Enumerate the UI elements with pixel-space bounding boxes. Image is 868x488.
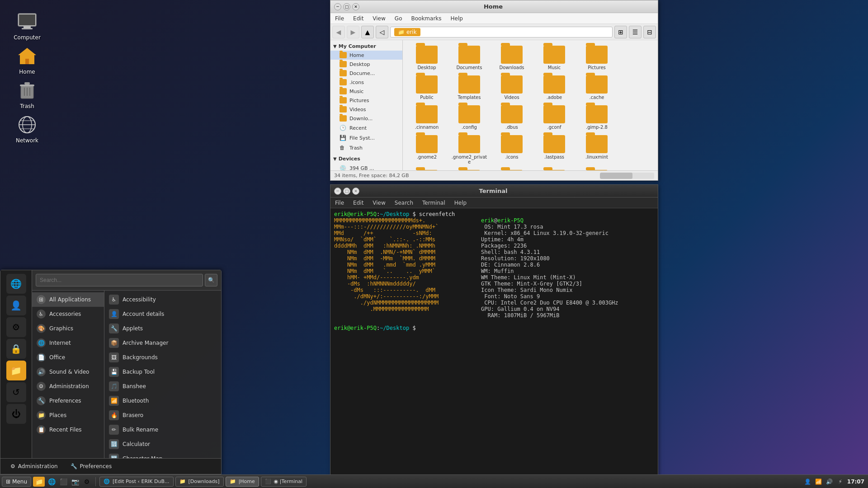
sidebar-item-desktop[interactable]: Desktop <box>330 60 402 69</box>
cat-internet[interactable]: 🌐 Internet <box>32 336 104 350</box>
taskbar-task-downloads[interactable]: 📁 [Downloads] <box>175 477 224 487</box>
sidebar-item-recent[interactable]: 🕒 Recent <box>330 123 402 133</box>
taskbar-browser-btn[interactable]: 🌐 <box>47 477 57 487</box>
app-item-archive-manager[interactable]: 📦 Archive Manager <box>104 336 221 350</box>
sidebar-item-trash[interactable]: 🗑 Trash <box>330 143 402 153</box>
systray-network-icon[interactable]: 📶 <box>815 478 823 486</box>
taskbar-task-home[interactable]: 📁 |Home <box>226 477 259 487</box>
cat-administration[interactable]: ⚙ Administration <box>32 379 104 394</box>
term-menu-terminal[interactable]: Terminal <box>420 199 448 207</box>
cat-recent-files[interactable]: 📋 Recent Files <box>32 422 104 437</box>
fm-forward-btn[interactable]: ▶ <box>347 26 359 38</box>
sidebar-item-pictures[interactable]: Pictures <box>330 96 402 105</box>
file-item-music[interactable]: Music <box>534 44 575 72</box>
fm-menu-go[interactable]: Go <box>392 14 405 23</box>
term-menu-file[interactable]: File <box>332 199 347 207</box>
file-item-desktop[interactable]: Desktop <box>406 44 447 72</box>
sidebar-btn-settings[interactable]: ⚙ <box>6 317 26 337</box>
taskbar-screenshot-btn[interactable]: 📷 <box>70 477 80 487</box>
fm-back-btn[interactable]: ◀ <box>332 26 345 38</box>
file-item-public[interactable]: Public <box>406 74 447 102</box>
file-item-gimp[interactable]: .gimp-2.8 <box>576 103 617 131</box>
term-minimize-btn[interactable]: ─ <box>334 188 341 195</box>
sidebar-item-disk1[interactable]: 💿 394 GB ... <box>330 163 402 170</box>
app-item-accessibility[interactable]: ♿ Accessibility <box>104 292 221 307</box>
sidebar-btn-folder[interactable]: 📁 <box>6 361 26 380</box>
file-item-cache[interactable]: .cache <box>576 74 617 102</box>
taskbar-terminal-btn[interactable]: ⬛ <box>58 477 68 487</box>
cat-accessories[interactable]: ♿ Accessories <box>32 307 104 321</box>
file-item-gnome2[interactable]: .gnome2 <box>406 133 447 166</box>
app-item-backgrounds[interactable]: 🖼 Backgrounds <box>104 350 221 365</box>
desktop-icon-computer[interactable]: Computer <box>9 9 45 42</box>
fm-menu-help[interactable]: Help <box>448 14 466 23</box>
app-item-account-details[interactable]: 👤 Account details <box>104 307 221 321</box>
cat-office[interactable]: 📄 Office <box>32 350 104 365</box>
systray-volume-icon[interactable]: 🔊 <box>826 478 834 486</box>
app-item-brasero[interactable]: 🔥 Brasero <box>104 408 221 422</box>
fm-breadcrumb[interactable]: 📁 erik <box>394 28 420 36</box>
sidebar-item-icons[interactable]: .icons <box>330 78 402 87</box>
cat-graphics[interactable]: 🎨 Graphics <box>32 321 104 336</box>
file-item-lastpass[interactable]: .lastpass <box>534 133 575 166</box>
fm-menu-view[interactable]: View <box>370 14 388 23</box>
sidebar-item-filesystem[interactable]: 💾 File Syst... <box>330 133 402 143</box>
desktop-icon-network[interactable]: Network <box>9 112 45 145</box>
term-menu-view[interactable]: View <box>370 199 388 207</box>
sidebar-btn-internet[interactable]: 🌐 <box>6 274 26 294</box>
cat-places[interactable]: 📁 Places <box>32 408 104 422</box>
file-item-downloads[interactable]: Downloads <box>491 44 532 72</box>
fm-view-list-btn[interactable]: ☰ <box>629 26 642 38</box>
fm-minimize-btn[interactable]: ─ <box>334 3 341 10</box>
app-item-character-map[interactable]: 🔡 Character Map <box>104 451 221 458</box>
search-input[interactable] <box>36 274 203 286</box>
fm-sidebar-toggle-btn[interactable]: ◁ <box>376 26 388 38</box>
taskbar-folder-btn[interactable]: 📁 <box>33 477 45 487</box>
sidebar-btn-user[interactable]: 👤 <box>6 296 26 315</box>
file-item-dbus[interactable]: .dbus <box>491 103 532 131</box>
fm-up-btn[interactable]: ▲ <box>361 26 374 38</box>
sidebar-btn-refresh[interactable]: ↺ <box>6 382 26 402</box>
term-body[interactable]: erik@erik-P5Q:~/Desktop $ screenfetch MM… <box>330 208 658 488</box>
file-item-videos[interactable]: Videos <box>491 74 532 102</box>
fm-menu-edit[interactable]: Edit <box>350 14 366 23</box>
sidebar-item-downloads[interactable]: Downlo... <box>330 114 402 123</box>
app-item-bluetooth[interactable]: 📶 Bluetooth <box>104 394 221 408</box>
fm-menu-bookmarks[interactable]: Bookmarks <box>408 14 444 23</box>
systray-power-icon[interactable]: ⚡ <box>836 478 844 486</box>
sidebar-item-home[interactable]: Home <box>330 51 402 60</box>
fm-devices-header[interactable]: ▼ Devices <box>330 155 402 163</box>
fm-menu-file[interactable]: File <box>332 14 347 23</box>
term-menu-edit[interactable]: Edit <box>350 199 366 207</box>
taskbar-task-terminal[interactable]: ⬛ ◉ |Terminal <box>261 477 307 487</box>
app-item-backup[interactable]: 💾 Backup Tool <box>104 365 221 379</box>
term-maximize-btn[interactable]: □ <box>343 188 350 195</box>
term-menu-search[interactable]: Search <box>392 199 416 207</box>
desktop-icon-trash[interactable]: Trash <box>9 78 45 111</box>
fm-zoom-slider[interactable] <box>600 173 654 179</box>
search-button[interactable]: 🔍 <box>205 274 217 286</box>
file-item-linuxmint[interactable]: .linuxmint <box>576 133 617 166</box>
fm-mycomputer-header[interactable]: ▼ My Computer <box>330 42 402 51</box>
file-item-documents[interactable]: Documents <box>449 44 490 72</box>
file-item-gnome2priv[interactable]: .gnome2_private <box>449 133 490 166</box>
app-item-calculator[interactable]: 🔢 Calculator <box>104 437 221 451</box>
sidebar-btn-lock[interactable]: 🔒 <box>6 339 26 359</box>
fm-view-icon-btn[interactable]: ⊞ <box>614 26 627 38</box>
sidebar-item-documents[interactable]: Docume... <box>330 69 402 78</box>
term-close-btn[interactable]: ✕ <box>352 188 359 195</box>
footer-preferences[interactable]: 🔧 Preferences <box>66 461 117 471</box>
taskbar-task-editpost[interactable]: 🌐 [Edit Post ‹ ERIK DuB... <box>99 477 174 487</box>
app-item-applets[interactable]: 🔧 Applets <box>104 321 221 336</box>
sidebar-item-videos[interactable]: Videos <box>330 105 402 114</box>
taskbar-extra-btn[interactable]: ⚙ <box>82 477 92 487</box>
systray-user-icon[interactable]: 👤 <box>804 478 812 486</box>
file-item-gconf[interactable]: .gconf <box>534 103 575 131</box>
footer-administration[interactable]: ⚙ Administration <box>6 461 62 471</box>
file-item-icons[interactable]: .icons <box>491 133 532 166</box>
cat-sound-video[interactable]: 🔊 Sound & Video <box>32 365 104 379</box>
file-item-config[interactable]: .config <box>449 103 490 131</box>
app-item-banshee[interactable]: 🎵 Banshee <box>104 379 221 394</box>
fm-close-btn[interactable]: ✕ <box>352 3 359 10</box>
menu-button[interactable]: ⊞ Menu <box>2 477 31 487</box>
